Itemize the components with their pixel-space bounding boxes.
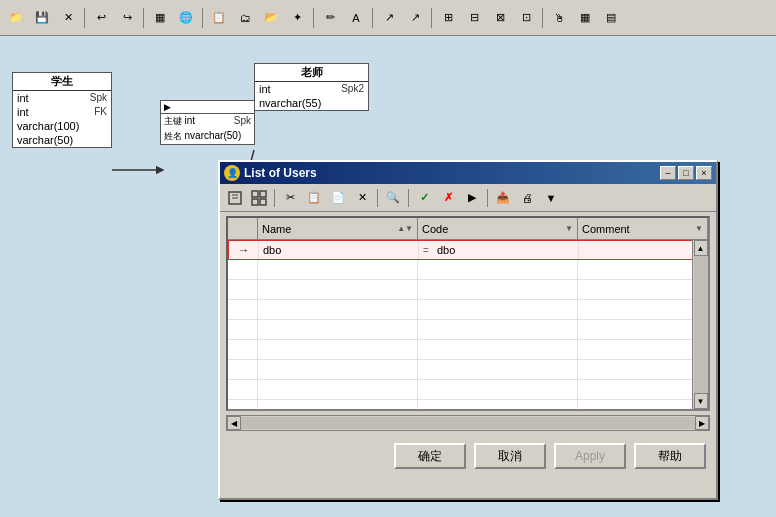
help-button[interactable]: 帮助 [634, 443, 706, 469]
toolbar-sep-7 [542, 8, 543, 28]
toolbar-btn-5[interactable]: 📂 [259, 6, 283, 30]
th-comment-sort[interactable]: ▼ [695, 224, 703, 233]
scroll-up-button[interactable]: ▲ [694, 240, 708, 256]
dtb-sep-4 [487, 189, 488, 207]
users-table-container: Name ▲▼ Code ▼ Comment ▼ → [226, 216, 710, 411]
ok-button[interactable]: 确定 [394, 443, 466, 469]
th-code[interactable]: Code ▼ [418, 218, 578, 239]
table-row[interactable] [228, 260, 708, 280]
dtb-btn-print[interactable]: 🖨 [516, 187, 538, 209]
toolbar-btn-close[interactable]: ✕ [56, 6, 80, 30]
scroll-right-button[interactable]: ▶ [695, 416, 709, 430]
toolbar-btn-2[interactable]: 🌐 [174, 6, 198, 30]
th-name-sort[interactable]: ▲▼ [397, 224, 413, 233]
entity-teacher[interactable]: 老师 intSpk2 nvarchar(55) [254, 63, 369, 111]
th-name[interactable]: Name ▲▼ [258, 218, 418, 239]
entity-student-row-3: varchar(100) [13, 119, 111, 133]
dtb-btn-cross[interactable]: ✗ [437, 187, 459, 209]
input-code-1[interactable] [437, 244, 574, 256]
td-name-1[interactable] [259, 241, 419, 259]
dtb-btn-props[interactable] [224, 187, 246, 209]
toolbar-btn-7[interactable]: ✏ [318, 6, 342, 30]
toolbar-btn-9[interactable]: ↗ [377, 6, 401, 30]
cancel-button[interactable]: 取消 [474, 443, 546, 469]
svg-rect-5 [252, 191, 258, 197]
table-row[interactable] [228, 300, 708, 320]
horizontal-scrollbar[interactable]: ◀ ▶ [226, 415, 710, 431]
entity-student-title: 学生 [13, 73, 111, 91]
toolbar-btn-14[interactable]: ⊡ [514, 6, 538, 30]
toolbar-btn-16[interactable]: ▦ [573, 6, 597, 30]
toolbar-btn-6[interactable]: ✦ [285, 6, 309, 30]
dtb-btn-find[interactable]: 🔍 [382, 187, 404, 209]
table-row[interactable]: → = [228, 240, 708, 260]
table-row[interactable] [228, 340, 708, 360]
toolbar-sep-6 [431, 8, 432, 28]
dialog-footer: 确定 取消 Apply 帮助 [220, 435, 716, 477]
svg-rect-7 [252, 199, 258, 205]
toolbar-btn-10[interactable]: ↗ [403, 6, 427, 30]
entity-teacher-row-2: nvarchar(55) [255, 96, 368, 110]
dtb-btn-dropdown[interactable]: ▼ [540, 187, 562, 209]
table-row[interactable] [228, 280, 708, 300]
table-row[interactable] [228, 320, 708, 340]
dialog-close-button[interactable]: × [696, 166, 712, 180]
dtb-btn-grid[interactable] [248, 187, 270, 209]
th-code-sort[interactable]: ▼ [565, 224, 573, 233]
toolbar-btn-save[interactable]: 💾 [30, 6, 54, 30]
toolbar-btn-open[interactable]: 📁 [4, 6, 28, 30]
vertical-scrollbar[interactable]: ▲ ▼ [692, 240, 708, 409]
input-comment-1[interactable] [583, 244, 702, 256]
entity-student[interactable]: 学生 intSpk intFK varchar(100) varchar(50) [12, 72, 112, 148]
toolbar-btn-12[interactable]: ⊟ [462, 6, 486, 30]
scroll-left-button[interactable]: ◀ [227, 416, 241, 430]
table-row[interactable] [228, 360, 708, 380]
entity-student-row-1: intSpk [13, 91, 111, 105]
entity-junction[interactable]: ▶ 主键 int Spk 姓名 nvarchar(50) [160, 100, 255, 145]
td-code-1[interactable]: = [419, 241, 579, 259]
apply-button[interactable]: Apply [554, 443, 626, 469]
dialog-toolbar: ✂ 📋 📄 ✕ 🔍 ✓ ✗ ▶ 📤 🖨 ▼ [220, 184, 716, 212]
dtb-sep-1 [274, 189, 275, 207]
toolbar-btn-undo[interactable]: ↩ [89, 6, 113, 30]
scroll-down-button[interactable]: ▼ [694, 393, 708, 409]
dtb-btn-cut[interactable]: ✂ [279, 187, 301, 209]
table-header: Name ▲▼ Code ▼ Comment ▼ [228, 218, 708, 240]
toolbar-sep-5 [372, 8, 373, 28]
entity-junction-row-1: 主键 int Spk [161, 114, 254, 129]
toolbar-sep-1 [84, 8, 85, 28]
toolbar-btn-1[interactable]: ▦ [148, 6, 172, 30]
toolbar-btn-8[interactable]: A [344, 6, 368, 30]
dialog-title-buttons: – □ × [660, 166, 712, 180]
dialog-maximize-button[interactable]: □ [678, 166, 694, 180]
table-row[interactable] [228, 380, 708, 400]
th-arrow [228, 218, 258, 239]
toolbar-sep-3 [202, 8, 203, 28]
dtb-btn-paste[interactable]: 📄 [327, 187, 349, 209]
toolbar-btn-11[interactable]: ⊞ [436, 6, 460, 30]
toolbar-btn-3[interactable]: 📋 [207, 6, 231, 30]
dialog-title-left: 👤 List of Users [224, 165, 317, 181]
svg-rect-8 [260, 199, 266, 205]
input-name-1[interactable] [263, 244, 414, 256]
entity-junction-row-2: 姓名 nvarchar(50) [161, 129, 254, 144]
dtb-btn-export[interactable]: 📤 [492, 187, 514, 209]
td-comment-1[interactable] [579, 241, 707, 259]
h-scroll-track[interactable] [241, 417, 695, 429]
list-of-users-dialog: 👤 List of Users – □ × ✂ 📋 📄 ✕ 🔍 [218, 160, 718, 500]
toolbar-btn-15[interactable]: 🖱 [547, 6, 571, 30]
toolbar-btn-4[interactable]: 🗂 [233, 6, 257, 30]
dtb-btn-copy[interactable]: 📋 [303, 187, 325, 209]
dtb-btn-check[interactable]: ✓ [413, 187, 435, 209]
table-row[interactable] [228, 400, 708, 409]
scroll-track[interactable] [694, 256, 708, 393]
toolbar-btn-redo[interactable]: ↪ [115, 6, 139, 30]
dialog-titlebar[interactable]: 👤 List of Users – □ × [220, 162, 716, 184]
dialog-minimize-button[interactable]: – [660, 166, 676, 180]
dtb-btn-delete[interactable]: ✕ [351, 187, 373, 209]
toolbar-btn-13[interactable]: ⊠ [488, 6, 512, 30]
dtb-btn-arrow[interactable]: ▶ [461, 187, 483, 209]
svg-rect-6 [260, 191, 266, 197]
th-comment[interactable]: Comment ▼ [578, 218, 708, 239]
toolbar-btn-17[interactable]: ▤ [599, 6, 623, 30]
